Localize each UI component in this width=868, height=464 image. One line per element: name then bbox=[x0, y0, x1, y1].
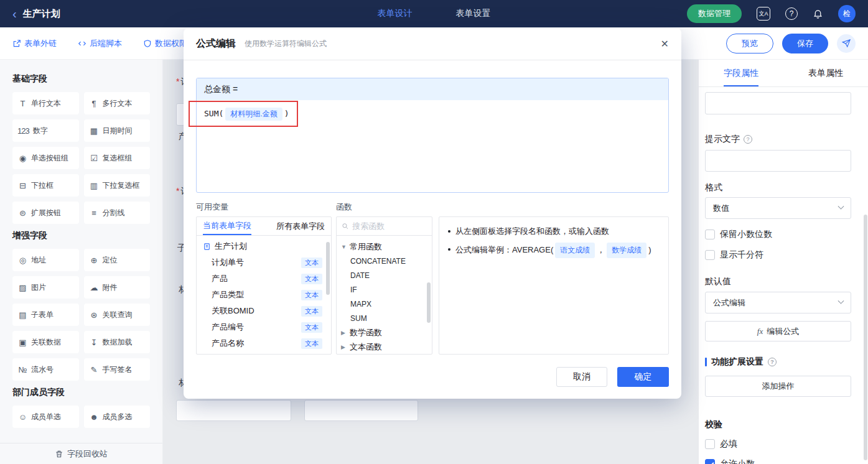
data-manage-button[interactable]: 数据管理 bbox=[687, 4, 742, 23]
available-variables-label: 可用变量 bbox=[196, 202, 228, 213]
document-icon bbox=[203, 243, 211, 251]
field-button[interactable]: ↧ 数据加载 bbox=[84, 331, 151, 353]
functions-label: 函数 bbox=[336, 202, 352, 213]
variable-row[interactable]: 计划单号 文本 bbox=[197, 254, 331, 271]
title-input[interactable] bbox=[705, 92, 851, 114]
translate-icon[interactable]: 文A bbox=[757, 7, 770, 21]
edit-formula-button[interactable]: fx 编辑公式 bbox=[705, 321, 851, 341]
serial-number-icon: № bbox=[17, 365, 27, 374]
field-button[interactable]: ¶ 多行文本 bbox=[84, 92, 151, 114]
thousand-separator-checkbox[interactable]: 显示千分符 bbox=[705, 249, 851, 261]
format-label: 格式 bbox=[705, 183, 851, 193]
field-button[interactable]: ▤ 子表单 bbox=[12, 304, 79, 326]
function-item[interactable]: SUM bbox=[337, 311, 432, 325]
canvas-input[interactable] bbox=[304, 400, 418, 421]
default-value-select[interactable]: 公式编辑 bbox=[705, 292, 851, 313]
function-item[interactable]: CONCATENATE bbox=[337, 254, 432, 268]
variable-row[interactable]: 关联BOMID 文本 bbox=[197, 303, 331, 319]
tab-form-properties[interactable]: 表单属性 bbox=[783, 60, 868, 86]
field-button[interactable]: ▥ 下拉复选框 bbox=[84, 174, 151, 197]
function-group-common[interactable]: ▼ 常用函数 bbox=[337, 239, 432, 254]
canvas-input[interactable] bbox=[176, 400, 291, 421]
field-button[interactable]: ☻ 成员多选 bbox=[84, 406, 151, 428]
preview-button[interactable]: 预览 bbox=[726, 34, 773, 53]
function-search bbox=[337, 217, 432, 236]
field-button[interactable]: ▦ 日期时间 bbox=[84, 119, 151, 142]
backend-script-button[interactable]: 后端脚本 bbox=[78, 38, 122, 49]
data-permission-button[interactable]: 数据权限 bbox=[143, 38, 187, 49]
field-type-tag: 文本 bbox=[301, 322, 322, 333]
function-group-text[interactable]: ▶ 文本函数 bbox=[337, 340, 432, 354]
hint-text-input[interactable] bbox=[705, 150, 851, 172]
scrollbar[interactable] bbox=[326, 242, 330, 295]
field-button[interactable]: ◉ 单选按钮组 bbox=[12, 147, 79, 169]
variable-row[interactable]: 产品编号 文本 bbox=[197, 319, 331, 335]
tab-form-design[interactable]: 表单设计 bbox=[378, 8, 413, 19]
data-load-icon: ↧ bbox=[89, 338, 99, 347]
formula-expression[interactable]: SUM(材料明细.金额) bbox=[197, 100, 668, 193]
field-chip[interactable]: 材料明细.金额 bbox=[225, 108, 282, 121]
hint-text-label: 提示文字 ? bbox=[705, 134, 851, 144]
variable-row[interactable]: 产品类型 文本 bbox=[197, 287, 331, 303]
function-item[interactable]: DATE bbox=[337, 268, 432, 282]
field-button-label: 手写签名 bbox=[103, 364, 133, 375]
form-external-link-button[interactable]: 表单外链 bbox=[12, 38, 57, 49]
field-button[interactable]: ⊕ 定位 bbox=[84, 249, 151, 271]
field-button[interactable]: ☺ 成员单选 bbox=[12, 406, 79, 428]
field-button[interactable]: ✎ 手写签名 bbox=[84, 358, 151, 381]
field-button[interactable]: ◎ 地址 bbox=[12, 249, 79, 271]
help-icon[interactable]: ? bbox=[768, 358, 777, 366]
tree-root-node[interactable]: 生产计划 bbox=[197, 238, 331, 254]
field-button[interactable]: T 单行文本 bbox=[12, 92, 79, 114]
function-item[interactable]: MAPX bbox=[337, 297, 432, 311]
help-icon[interactable]: ? bbox=[785, 7, 798, 20]
member-multi-icon: ☻ bbox=[89, 412, 99, 422]
field-button[interactable]: ⊟ 下拉框 bbox=[12, 174, 79, 197]
tab-current-form-fields[interactable]: 当前表单字段 bbox=[203, 217, 251, 235]
function-group-math[interactable]: ▶ 数学函数 bbox=[337, 325, 432, 340]
extension-settings-header: 功能扩展设置 ? bbox=[705, 356, 851, 368]
allow-decimal-checkbox[interactable]: 允许小数 bbox=[705, 458, 851, 464]
function-search-input[interactable] bbox=[352, 221, 427, 231]
variable-row[interactable]: 产品名称 文本 bbox=[197, 335, 331, 351]
field-button[interactable]: ☁ 附件 bbox=[84, 276, 151, 299]
required-checkbox[interactable]: 必填 bbox=[705, 438, 851, 450]
field-button[interactable]: ▨ 图片 bbox=[12, 276, 79, 299]
tab-all-form-fields[interactable]: 所有表单字段 bbox=[276, 217, 325, 235]
tab-form-settings[interactable]: 表单设置 bbox=[456, 8, 491, 19]
section-title-enhanced: 增强字段 bbox=[12, 230, 150, 241]
scrollbar[interactable] bbox=[427, 282, 431, 323]
field-button-label: 关联数据 bbox=[31, 337, 61, 348]
tab-field-properties[interactable]: 字段属性 bbox=[699, 60, 783, 86]
field-button[interactable]: ⊛ 关联查询 bbox=[84, 304, 151, 326]
field-button[interactable]: ≡ 分割线 bbox=[84, 202, 151, 224]
keep-decimal-checkbox[interactable]: 保留小数位数 bbox=[705, 229, 851, 240]
chevron-down-icon bbox=[838, 203, 844, 210]
back-icon[interactable]: ‹ bbox=[12, 7, 17, 20]
cancel-button[interactable]: 取消 bbox=[556, 367, 607, 387]
field-button[interactable]: 123 数字 bbox=[12, 119, 79, 142]
save-button[interactable]: 保存 bbox=[782, 34, 828, 53]
basic-fields-grid: T 单行文本 ¶ 多行文本 123 数字 ▦ 日期时间 bbox=[12, 92, 150, 224]
format-select[interactable]: 数值 bbox=[705, 197, 851, 219]
field-button[interactable]: ⊜ 扩展按钮 bbox=[12, 202, 79, 224]
bell-icon[interactable] bbox=[813, 9, 823, 19]
field-recycle-bin[interactable]: 字段回收站 bbox=[0, 443, 162, 464]
form-designer-app: ‹ 生产计划 表单设计 表单设置 数据管理 文A ? 检 表单外链 后端脚本 bbox=[0, 0, 868, 464]
add-action-button[interactable]: 添加操作 bbox=[705, 376, 851, 397]
variable-row[interactable]: 产品 文本 bbox=[197, 271, 331, 287]
modal-title: 公式编辑 bbox=[196, 37, 236, 50]
scrollbar[interactable] bbox=[864, 215, 867, 460]
enhanced-fields-grid: ◎ 地址 ⊕ 定位 ▨ 图片 ☁ 附件 bbox=[12, 249, 150, 381]
function-item[interactable]: IF bbox=[337, 282, 432, 297]
close-icon[interactable]: ✕ bbox=[661, 38, 669, 50]
field-button[interactable]: № 流水号 bbox=[12, 358, 79, 381]
share-icon[interactable] bbox=[837, 34, 856, 53]
field-button-label: 附件 bbox=[103, 282, 118, 293]
attachment-icon: ☁ bbox=[89, 283, 99, 292]
field-button[interactable]: ▣ 关联数据 bbox=[12, 331, 79, 353]
avatar[interactable]: 检 bbox=[838, 5, 856, 22]
help-icon[interactable]: ? bbox=[744, 135, 752, 144]
confirm-button[interactable]: 确定 bbox=[617, 367, 669, 387]
field-button[interactable]: ☑ 复选框组 bbox=[84, 147, 151, 169]
